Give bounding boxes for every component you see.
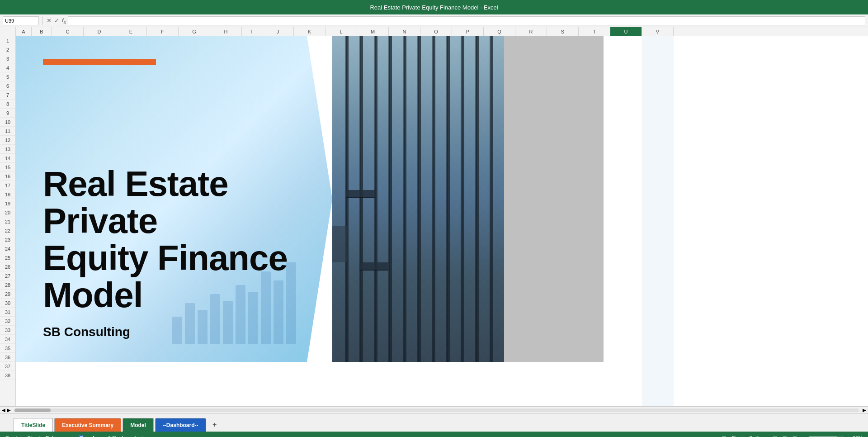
row-19[interactable]: 19 (0, 199, 15, 208)
row-31[interactable]: 31 (0, 308, 15, 317)
scroll-right-arrow[interactable]: ▶ (7, 408, 11, 413)
slide-content: Real Estate Private Equity Finance Model… (16, 36, 604, 362)
col-header-J[interactable]: J (262, 27, 294, 36)
display-settings-label[interactable]: Display Settings (731, 435, 767, 437)
col-header-H[interactable]: H (210, 27, 242, 36)
display-settings-icon: ⊞ (722, 435, 726, 437)
sheet-tab-bar: TitleSlide Executive Summary Model --Das… (0, 413, 868, 432)
row-36[interactable]: 36 (0, 353, 15, 362)
row-38[interactable]: 38 (0, 371, 15, 380)
tab-model[interactable]: Model (123, 418, 154, 432)
col-header-P[interactable]: P (452, 27, 484, 36)
row-26[interactable]: 26 (0, 262, 15, 271)
row-5[interactable]: 5 (0, 72, 15, 81)
col-header-I[interactable]: I (242, 27, 262, 36)
row-18[interactable]: 18 (0, 190, 15, 199)
row-25[interactable]: 25 (0, 253, 15, 262)
zoom-out-icon[interactable]: − (802, 435, 805, 437)
row-21[interactable]: 21 (0, 217, 15, 226)
chart-bar-3 (198, 310, 208, 344)
scrollbar-track[interactable] (14, 408, 859, 412)
tab-title-slide[interactable]: TitleSlide (14, 418, 53, 432)
col-header-M[interactable]: M (357, 27, 389, 36)
col-header-Q[interactable]: Q (484, 27, 515, 36)
row-29[interactable]: 29 (0, 290, 15, 299)
row-num-header (0, 27, 16, 36)
scroll-left-arrow[interactable]: ◀ (2, 408, 5, 413)
horizontal-scrollbar[interactable]: ◀ ▶ ▶ (0, 406, 868, 413)
row-37[interactable]: 37 (0, 362, 15, 371)
spreadsheet-area: 1 2 3 4 5 6 7 8 9 10 11 12 13 14 15 16 1… (0, 36, 868, 406)
col-header-G[interactable]: G (179, 27, 210, 36)
scroll-end-right[interactable]: ▶ (863, 408, 866, 413)
chart-bar-5 (223, 301, 233, 344)
row-12[interactable]: 12 (0, 136, 15, 145)
row-24[interactable]: 24 (0, 244, 15, 253)
col-header-V[interactable]: V (642, 27, 674, 36)
row-32[interactable]: 32 (0, 317, 15, 326)
col-header-K[interactable]: K (294, 27, 326, 36)
zoom-in-icon[interactable]: + (847, 435, 850, 437)
row-4[interactable]: 4 (0, 63, 15, 72)
confirm-icon[interactable]: ✓ (54, 17, 59, 24)
row-8[interactable]: 8 (0, 100, 15, 109)
ready-status: Ready (5, 435, 20, 437)
page-layout-icon[interactable]: ▦ (783, 435, 787, 437)
row-22[interactable]: 22 (0, 226, 15, 235)
col-header-S[interactable]: S (547, 27, 579, 36)
col-header-L[interactable]: L (326, 27, 357, 36)
slide-left-panel: Real Estate Private Equity Finance Model… (16, 36, 332, 362)
row-33[interactable]: 33 (0, 326, 15, 335)
row-35[interactable]: 35 (0, 344, 15, 353)
normal-view-icon[interactable]: ▤ (773, 435, 777, 437)
tab-dashboard[interactable]: --Dashboard-- (155, 418, 206, 432)
formula-input[interactable] (68, 16, 865, 25)
col-header-E[interactable]: E (115, 27, 147, 36)
row-7[interactable]: 7 (0, 90, 15, 100)
row-27[interactable]: 27 (0, 271, 15, 280)
cell-reference-box[interactable]: U39 (3, 16, 39, 25)
row-28[interactable]: 28 (0, 280, 15, 290)
row-13[interactable]: 13 (0, 145, 15, 154)
col-header-F[interactable]: F (147, 27, 179, 36)
row-11[interactable]: 11 (0, 127, 15, 136)
col-header-C[interactable]: C (52, 27, 84, 36)
cancel-icon[interactable]: ✕ (47, 17, 52, 24)
col-header-N[interactable]: N (389, 27, 420, 36)
zoom-control[interactable]: − + 90% (802, 435, 863, 437)
row-6[interactable]: 6 (0, 81, 15, 90)
cells-area[interactable]: Real Estate Private Equity Finance Model… (16, 36, 868, 406)
col-header-R[interactable]: R (515, 27, 547, 36)
zoom-level: 90% (853, 435, 863, 437)
accessibility-text[interactable]: Accessibility: Investigate (92, 435, 146, 437)
col-header-B[interactable]: B (32, 27, 52, 36)
row-16[interactable]: 16 (0, 172, 15, 181)
row-9[interactable]: 9 (0, 109, 15, 118)
page-break-icon[interactable]: ▩ (793, 435, 797, 437)
status-bar: Ready Circular References ♿ Accessibilit… (0, 432, 868, 437)
row-15[interactable]: 15 (0, 163, 15, 172)
add-sheet-button[interactable]: + (209, 419, 220, 430)
title-text: Real Estate Private Equity Finance Model… (370, 4, 498, 11)
row-1[interactable]: 1 (0, 36, 15, 45)
status-left: Ready Circular References ♿ Accessibilit… (5, 435, 146, 437)
row-34[interactable]: 34 (0, 335, 15, 344)
col-header-U[interactable]: U (610, 27, 642, 36)
chart-bar-1 (172, 317, 182, 344)
row-2[interactable]: 2 (0, 45, 15, 54)
row-10[interactable]: 10 (0, 118, 15, 127)
tab-executive-summary[interactable]: Executive Summary (54, 418, 121, 432)
row-14[interactable]: 14 (0, 154, 15, 163)
col-header-D[interactable]: D (84, 27, 115, 36)
excel-title-bar: Real Estate Private Equity Finance Model… (0, 0, 868, 14)
col-header-O[interactable]: O (420, 27, 452, 36)
col-header-T[interactable]: T (579, 27, 610, 36)
row-3[interactable]: 3 (0, 54, 15, 63)
row-30[interactable]: 30 (0, 299, 15, 308)
row-23[interactable]: 23 (0, 235, 15, 244)
row-20[interactable]: 20 (0, 208, 15, 217)
col-header-A[interactable]: A (16, 27, 32, 36)
row-17[interactable]: 17 (0, 181, 15, 190)
function-icon[interactable]: fx (62, 17, 66, 25)
scrollbar-thumb[interactable] (14, 408, 51, 412)
